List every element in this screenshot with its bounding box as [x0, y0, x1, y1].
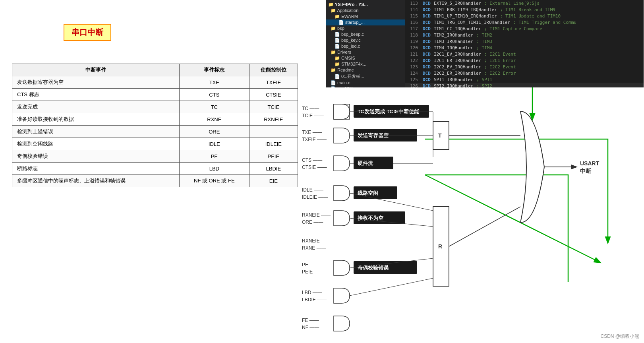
file-tree-item[interactable]: 📁 bsp — [326, 25, 405, 31]
line-number: 120 — [407, 45, 418, 50]
svg-text:USART: USART — [580, 160, 600, 167]
svg-text:奇偶校验错误: 奇偶校验错误 — [358, 265, 389, 271]
handler-name: I2C2_EV_IRQHandler — [434, 64, 481, 70]
code-comment: ; SPI2 — [476, 83, 492, 88]
table-cell: TCIE — [249, 101, 298, 113]
handler-name: SPI1_IRQHandler — [434, 77, 473, 82]
handler-name: SPI2_IRQHandler — [434, 83, 473, 88]
col-header-flag: 事件标志 — [179, 64, 249, 76]
file-tree-item[interactable]: 📄 main.c — [326, 80, 405, 86]
line-number: 118 — [407, 33, 418, 38]
folder-icon: 📁 — [328, 2, 335, 7]
svg-text:TC ——: TC —— — [302, 106, 319, 111]
line-number: 124 — [407, 71, 418, 76]
line-number: 123 — [407, 64, 418, 70]
file-tree-root[interactable]: 📁 YS-F4Pro - YS... — [326, 2, 405, 8]
line-number: 114 — [407, 7, 418, 12]
title-text: 串口中断 — [72, 28, 103, 37]
code-line: 120DCDTIM4_IRQHandler; TIM4 — [405, 45, 644, 51]
svg-text:CTS ——: CTS —— — [302, 157, 322, 163]
svg-text:TXEIE ——: TXEIE —— — [302, 137, 327, 142]
file-tree-item[interactable]: 📁 EWARM — [326, 14, 405, 19]
table-cell: CTS — [179, 89, 249, 101]
line-number: 125 — [407, 77, 418, 82]
code-comment: ; External Line[9:5]s — [484, 1, 540, 6]
svg-text:TCIE ——: TCIE —— — [302, 113, 324, 118]
svg-text:硬件流: 硬件流 — [357, 160, 373, 166]
table-cell: CTS 标志 — [12, 89, 180, 101]
svg-text:PEIE ——: PEIE —— — [302, 269, 324, 275]
code-line: 121DCDI2C1_EV_IRQHandler; I2C1 Event — [405, 51, 644, 57]
table-cell: LBDIE — [249, 163, 298, 175]
file-tree-item[interactable]: 📁 Application — [326, 8, 405, 14]
table-cell: RXNEIE — [249, 113, 298, 126]
table-cell: PEIE — [249, 150, 298, 163]
svg-text:CTSIE ——: CTSIE —— — [302, 165, 327, 170]
table-cell: 发送数据寄存器为空 — [12, 76, 180, 89]
file-tree-item[interactable]: 📁 Drivers — [326, 49, 405, 55]
line-number: 122 — [407, 58, 418, 63]
code-line: 123DCDI2C2_EV_IRQHandler; I2C2 Event — [405, 64, 644, 70]
table-cell: 多缓冲区通信中的噪声标志、上溢错误和帧错误 — [12, 175, 180, 187]
handler-name: TIM1_CC_IRQHandler — [434, 26, 481, 31]
table-cell: LBD — [179, 163, 249, 175]
file-tree-item[interactable]: 📄 bsp_key.c — [326, 37, 405, 43]
code-line: 116DCDTIM1_TRG_COM_TIM11_IRQHandler; TIM… — [405, 19, 644, 25]
file-tree-item[interactable]: 📁 STM32F4x... — [326, 61, 405, 67]
file-tree[interactable]: 📁 YS-F4Pro - YS... 📁 Application📁 EWARM📄… — [326, 0, 405, 87]
handler-name: I2C1_EV_IRQHandler — [434, 52, 481, 57]
handler-name: EXTI9_5_IRQHandler — [434, 1, 481, 6]
file-tree-item[interactable]: 📄 bsp_beep.c — [326, 31, 405, 37]
table-cell: PE — [179, 150, 249, 163]
line-number: 121 — [407, 52, 418, 57]
circuit-diagram: TC —— TCIE —— TC发送完成 TCIE中断使能 TXE —— TXE… — [298, 87, 644, 343]
file-tree-item[interactable]: 📄 bsp_led.c — [326, 43, 405, 49]
code-comment: ; I2C1 Error — [484, 58, 516, 63]
svg-text:T: T — [438, 132, 442, 139]
table-cell: 检测到空闲线路 — [12, 138, 180, 150]
line-number: 115 — [407, 14, 418, 19]
table-row: CTS 标志CTSCTSIE — [12, 89, 298, 101]
dcd-keyword: DCD — [423, 26, 431, 31]
svg-text:NF ——: NF —— — [302, 325, 319, 330]
svg-text:FE ——: FE —— — [302, 318, 319, 323]
file-tree-item[interactable]: 📄 startup_... — [326, 19, 405, 25]
dcd-keyword: DCD — [423, 20, 431, 25]
table-cell: 准备好读取接收到的数据 — [12, 113, 180, 126]
file-tree-item[interactable]: 📁 CMSIS — [326, 55, 405, 61]
handler-name: TIM1_UP_TIM10_IRQHandler — [434, 14, 497, 19]
table-row: 检测到空闲线路IDLEIDLEIE — [12, 138, 298, 150]
line-number: 119 — [407, 39, 418, 44]
svg-text:RXNEIE ——: RXNEIE —— — [302, 238, 331, 244]
code-comment: ; I2C1 Event — [484, 52, 516, 57]
handler-name: TIM3_IRQHandler — [434, 39, 473, 44]
diagram-area: TC —— TCIE —— TC发送完成 TCIE中断使能 TXE —— TXE… — [298, 87, 644, 343]
table-cell: 发送完成 — [12, 101, 180, 113]
table-cell: 检测到上溢错误 — [12, 126, 180, 138]
code-comment: ; SPI1 — [476, 77, 492, 82]
file-tree-item[interactable]: 📁 Readme — [326, 67, 405, 73]
table-cell: ORE — [179, 126, 249, 138]
table-row: 发送完成TCTCIE — [12, 101, 298, 113]
col-header-enable: 使能控制位 — [249, 64, 298, 76]
line-number: 116 — [407, 20, 418, 25]
code-line: 122DCDI2C1_ER_IRQHandler; I2C1 Error — [405, 57, 644, 64]
table-row: 多缓冲区通信中的噪声标志、上溢错误和帧错误NF 或 ORE 或 FEEIE — [12, 175, 298, 187]
watermark: CSDN @编程小熊 — [600, 333, 639, 340]
handler-name: TIM4_IRQHandler — [434, 45, 473, 50]
handler-name: TIM1_TRG_COM_TIM11_IRQHandler — [434, 20, 510, 25]
code-line: 114DCDTIM1_BRK_TIM9_IRQHandler; TIM1 Bre… — [405, 6, 644, 13]
code-comment: ; TIM3 — [476, 39, 492, 44]
line-number: 126 — [407, 83, 418, 88]
handler-name: TIM1_BRK_TIM9_IRQHandler — [434, 7, 497, 12]
code-comment: ; I2C2 Error — [484, 71, 516, 76]
svg-text:TXE ——: TXE —— — [302, 130, 322, 135]
root-label: YS-F4Pro - YS... — [335, 2, 368, 7]
dcd-keyword: DCD — [423, 39, 431, 44]
dcd-keyword: DCD — [423, 71, 431, 76]
code-line: 115DCDTIM1_UP_TIM10_IRQHandler; TIM1 Upd… — [405, 13, 644, 19]
table-cell: 奇偶校验错误 — [12, 150, 180, 163]
table-row: 断路标志LBDLBDIE — [12, 163, 298, 175]
svg-text:线路空闲: 线路空闲 — [357, 190, 378, 196]
file-tree-item[interactable]: 📄 01.开发板... — [326, 73, 405, 80]
